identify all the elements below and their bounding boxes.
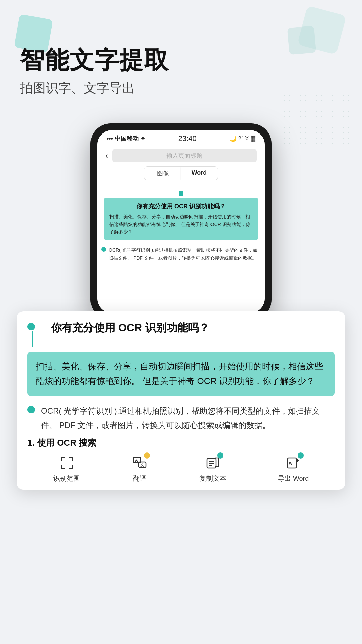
tab-word[interactable]: Word bbox=[181, 167, 218, 180]
phone-mockup: ••• 中国移动 ✦ 23:40 🌙 21% ▓ ‹ 输入页面标题 图像 bbox=[90, 123, 272, 320]
expanded-paragraph1: 扫描、美化、保存、分享，自动切边瞬间扫描，开始使用的时候，相信这些酷炫的功能都有… bbox=[36, 359, 326, 388]
copy-icon-wrap bbox=[204, 454, 221, 471]
phone-ocr-paragraph2: OCR( 光学字符识别 ),通过相机拍照识别，帮助您将不同类型的文件，如扫描文件… bbox=[104, 244, 258, 264]
expanded-highlighted-block: 扫描、美化、保存、分享，自动切边瞬间扫描，开始使用的时候，相信这些酷炫的功能都有… bbox=[27, 352, 335, 396]
status-bar: ••• 中国移动 ✦ 23:40 🌙 21% ▓ bbox=[97, 130, 265, 144]
svg-rect-7 bbox=[72, 465, 73, 469]
toolbar-export[interactable]: W 导出 Word bbox=[278, 454, 309, 483]
export-icon-wrap: W bbox=[285, 454, 302, 471]
ocr-content-area: 你有充分使用 OCR 识别功能吗？ 扫描、美化、保存、分享，自动切边瞬间扫描，开… bbox=[97, 185, 265, 313]
svg-rect-3 bbox=[72, 457, 73, 461]
phone-highlighted-block: 你有充分使用 OCR 识别功能吗？ 扫描、美化、保存、分享，自动切边瞬间扫描，开… bbox=[104, 198, 258, 240]
status-time: 23:40 bbox=[178, 134, 197, 143]
battery-bar: ▓ bbox=[251, 135, 255, 142]
selection-line bbox=[32, 331, 33, 347]
back-button[interactable]: ‹ bbox=[105, 151, 108, 161]
hero-subtitle: 拍图识字、文字导出 bbox=[20, 79, 342, 97]
copy-icon bbox=[206, 456, 220, 470]
svg-rect-5 bbox=[61, 465, 62, 469]
translate-icon-wrap: A 文 bbox=[131, 454, 148, 471]
phone-ocr-paragraph1: 扫描、美化、保存、分享，自动切边瞬间扫描，开始使用的时候，相信这些酷炫的功能都有… bbox=[109, 213, 253, 235]
status-carrier: ••• 中国移动 ✦ bbox=[107, 135, 145, 143]
battery-percent: 21% bbox=[238, 135, 250, 142]
svg-text:文: 文 bbox=[140, 463, 144, 467]
scan-icon-wrap bbox=[58, 454, 75, 471]
signal-icon: ••• bbox=[107, 135, 113, 142]
translate-icon: A 文 bbox=[133, 456, 147, 470]
export-label: 导出 Word bbox=[278, 474, 309, 483]
toolbar-translate[interactable]: A 文 翻译 bbox=[131, 454, 148, 483]
phone-ocr-title: 你有充分使用 OCR 识别功能吗？ bbox=[109, 202, 253, 210]
phone-section: 你有充分使用 OCR 识别功能吗？ 扫描、美化、保存、分享，自动切边瞬间扫描，开… bbox=[0, 123, 362, 320]
phone-paragraph2-row: OCR( 光学字符识别 ),通过相机拍照识别，帮助您将不同类型的文件，如扫描文件… bbox=[104, 244, 258, 264]
export-badge bbox=[298, 452, 304, 459]
header-row: ‹ 输入页面标题 bbox=[105, 149, 257, 162]
tab-switcher: 图像 Word bbox=[144, 166, 218, 180]
top-handle-row bbox=[104, 191, 258, 196]
translate-label: 翻译 bbox=[133, 474, 146, 483]
hero-title: 智能文字提取 bbox=[20, 47, 342, 73]
export-word-icon: W bbox=[286, 456, 300, 470]
expanded-panel: 你有充分使用 OCR 识别功能吗？ 扫描、美化、保存、分享，自动切边瞬间扫描，开… bbox=[17, 311, 345, 490]
expanded-list-item-1: 1. 使用 OCR 搜索 bbox=[27, 434, 335, 449]
page-title-field[interactable]: 输入页面标题 bbox=[112, 149, 257, 162]
toolbar-scan[interactable]: 识别范围 bbox=[53, 454, 80, 483]
selection-dot-bottom bbox=[27, 406, 35, 413]
svg-text:A: A bbox=[135, 458, 138, 463]
scan-label: 识别范围 bbox=[53, 474, 80, 483]
bottom-toolbar: 识别范围 A 文 翻译 bbox=[27, 449, 335, 490]
svg-rect-1 bbox=[61, 457, 62, 461]
selection-dot-top bbox=[27, 323, 35, 330]
svg-text:W: W bbox=[289, 461, 293, 465]
phone-screen: ••• 中国移动 ✦ 23:40 🌙 21% ▓ ‹ 输入页面标题 图像 bbox=[97, 130, 265, 313]
status-battery: 🌙 21% ▓ bbox=[230, 135, 255, 142]
copy-label: 复制文本 bbox=[199, 474, 226, 483]
toolbar-copy[interactable]: 复制文本 bbox=[199, 454, 226, 483]
expanded-paragraph2: OCR( 光学字符识别 ),通过相机拍照识别，帮助您将不同类型的文件，如扫描文件… bbox=[41, 401, 335, 434]
scan-icon bbox=[60, 456, 74, 470]
carrier-name: 中国移动 ✦ bbox=[115, 135, 145, 142]
hero-section: 智能文字提取 拍图识字、文字导出 bbox=[0, 0, 362, 110]
copy-badge bbox=[217, 452, 223, 459]
battery-icon: 🌙 bbox=[230, 135, 237, 142]
top-dot bbox=[179, 191, 183, 196]
translate-badge bbox=[144, 452, 150, 459]
app-header: ‹ 输入页面标题 图像 Word bbox=[97, 144, 265, 185]
tab-image[interactable]: 图像 bbox=[144, 167, 181, 180]
expanded-question: 你有充分使用 OCR 识别功能吗？ bbox=[41, 321, 209, 335]
